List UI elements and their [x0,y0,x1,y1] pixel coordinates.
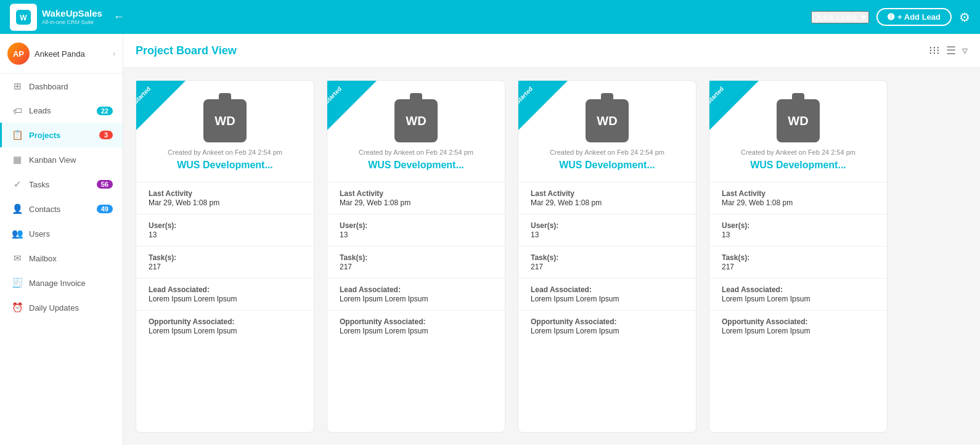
last-activity-value-1: Mar 29, Web 1:08 pm [149,198,301,207]
user-row[interactable]: AP Ankeet Panda › [0,34,123,74]
ribbon-text-2: Started [327,85,343,105]
project-card-1[interactable]: Started WD Created by Ankeet on Feb 24 2… [136,80,314,433]
sidebar-label-projects: Projects [29,131,93,140]
quick-links-button[interactable]: Quick Links ▼ [811,11,869,23]
users-value-4: 13 [722,231,875,239]
ribbon-text-3: Started [518,85,534,105]
list-view-icon[interactable]: ☰ [946,44,956,57]
users-nav-icon: 👥 [12,228,23,239]
lead-row-3: Lead Associated: Lorem Ipsum Lorem Ipsum [518,281,696,308]
sidebar-item-contacts[interactable]: 👤Contacts49 [0,197,123,221]
user-name: Ankeet Panda [35,49,108,59]
dashboard-nav-icon: ⊞ [12,81,23,92]
lead-value-1: Lorem Ipsum Lorem Ipsum [149,295,301,303]
sidebar-item-users[interactable]: 👥Users [0,221,123,246]
grid-view-icon[interactable]: ⁝⁝⁝ [929,44,940,57]
sidebar-item-projects[interactable]: 📋Projects3 [0,123,123,147]
project-card-3[interactable]: Started WD Created by Ankeet on Feb 24 2… [518,80,696,433]
add-lead-button[interactable]: ➊ + Add Lead [876,8,952,26]
opp-value-3: Lorem Ipsum Lorem Ipsum [531,327,684,335]
tasks-row-2: Task(s): 217 [327,249,505,276]
badge-leads: 22 [97,107,113,115]
lead-label-1: Lead Associated: [149,285,301,294]
user-arrow-icon: › [113,49,115,58]
mailbox-nav-icon: ✉ [12,253,23,264]
sidebar-label-tasks: Tasks [29,180,91,189]
opp-row-3: Opportunity Associated: Lorem Ipsum Lore… [518,313,696,340]
add-lead-label: + Add Lead [897,12,941,22]
last-activity-value-2: Mar 29, Web 1:08 pm [340,198,492,207]
sidebar-label-contacts: Contacts [29,205,91,214]
lead-label-2: Lead Associated: [340,285,492,294]
sidebar-label-kanban: Kanban View [29,155,113,165]
opp-label-1: Opportunity Associated: [149,317,301,326]
sidebar-label-manage-invoice: Manage Invoice [29,279,113,288]
card-top-2: Started WD Created by Ankeet on Feb 24 2… [327,81,505,179]
chevron-down-icon: ▼ [859,12,868,22]
project-icon-1: WD [203,99,247,142]
logo-icon: W [10,4,37,31]
created-by-3: Created by Ankeet on Feb 24 2:54 pm [550,149,664,156]
ribbon-4: Started [709,81,759,130]
page-title: Project Board View [136,44,237,57]
opp-value-2: Lorem Ipsum Lorem Ipsum [340,327,492,335]
card-top-1: Started WD Created by Ankeet on Feb 24 2… [136,81,314,179]
last-activity-value-3: Mar 29, Web 1:08 pm [531,198,684,207]
project-icon-2: WD [394,99,438,142]
created-by-2: Created by Ankeet on Feb 24 2:54 pm [359,149,473,156]
sidebar-item-kanban[interactable]: ▦Kanban View [0,147,123,172]
tasks-value-2: 217 [340,263,492,271]
users-label-2: User(s): [340,221,492,230]
users-value-2: 13 [340,231,492,239]
sidebar-item-daily-updates[interactable]: ⏰Daily Updates [0,295,123,320]
sidebar-label-dashboard: Dashboard [29,82,113,91]
users-row-4: User(s): 13 [709,217,887,243]
sidebar-item-mailbox[interactable]: ✉Mailbox [0,246,123,271]
plus-icon: ➊ [888,12,894,22]
lead-row-4: Lead Associated: Lorem Ipsum Lorem Ipsum [709,281,887,308]
users-label-3: User(s): [531,221,684,230]
lead-row-2: Lead Associated: Lorem Ipsum Lorem Ipsum [327,281,505,308]
filter-icon[interactable]: ▿ [962,44,968,57]
tasks-nav-icon: ✓ [12,179,23,190]
tasks-label-4: Task(s): [722,253,875,262]
opp-label-4: Opportunity Associated: [722,317,875,326]
daily-updates-nav-icon: ⏰ [12,302,23,313]
card-top-4: Started WD Created by Ankeet on Feb 24 2… [709,81,887,179]
tasks-row-4: Task(s): 217 [709,249,887,276]
users-value-1: 13 [149,231,301,239]
sidebar-item-tasks[interactable]: ✓Tasks56 [0,172,123,197]
logo-text-area: WakeUpSales All-in-one CRM Suite [42,9,102,25]
opp-value-4: Lorem Ipsum Lorem Ipsum [722,327,875,335]
sidebar: AP Ankeet Panda › ⊞Dashboard🏷Leads22📋Pro… [0,34,123,445]
avatar: AP [7,43,30,65]
project-icon-4: WD [777,99,820,142]
sidebar-item-manage-invoice[interactable]: 🧾Manage Invoice [0,271,123,295]
back-button[interactable]: ← [113,10,125,23]
last-activity-row-1: Last Activity Mar 29, Web 1:08 pm [136,185,314,211]
last-activity-value-4: Mar 29, Web 1:08 pm [722,198,875,207]
last-activity-label-1: Last Activity [149,189,301,198]
last-activity-row-3: Last Activity Mar 29, Web 1:08 pm [518,185,696,211]
sidebar-label-daily-updates: Daily Updates [29,303,113,312]
projects-nav-icon: 📋 [12,129,23,141]
users-value-3: 13 [531,231,684,239]
project-card-4[interactable]: Started WD Created by Ankeet on Feb 24 2… [709,80,888,433]
nav-menu: ⊞Dashboard🏷Leads22📋Projects3▦Kanban View… [0,74,123,320]
sidebar-item-leads[interactable]: 🏷Leads22 [0,99,123,123]
users-row-3: User(s): 13 [518,217,696,243]
last-activity-label-4: Last Activity [722,189,875,198]
project-card-2[interactable]: Started WD Created by Ankeet on Feb 24 2… [327,80,505,433]
tasks-value-3: 217 [531,263,684,271]
opp-row-4: Opportunity Associated: Lorem Ipsum Lore… [709,313,887,340]
sidebar-label-users: Users [29,229,113,239]
leads-nav-icon: 🏷 [12,105,23,116]
last-activity-label-3: Last Activity [531,189,684,198]
sidebar-item-dashboard[interactable]: ⊞Dashboard [0,74,123,99]
settings-icon[interactable]: ⚙ [959,10,970,25]
svg-text:W: W [20,14,27,22]
sidebar-label-mailbox: Mailbox [29,254,113,263]
lead-value-3: Lorem Ipsum Lorem Ipsum [531,295,684,303]
lead-label-3: Lead Associated: [531,285,684,294]
main-layout: AP Ankeet Panda › ⊞Dashboard🏷Leads22📋Pro… [0,34,980,445]
